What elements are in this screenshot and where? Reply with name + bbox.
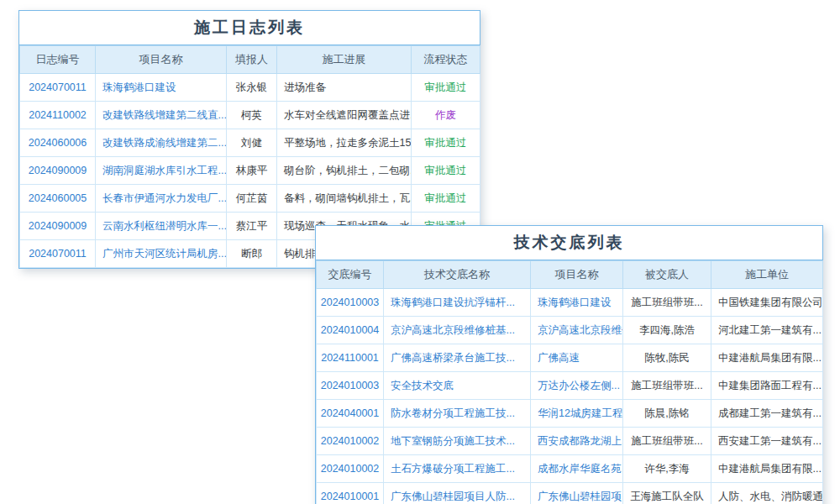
tech-col-name: 技术交底名称 <box>384 261 531 289</box>
project-name-link[interactable]: 广东佛山碧桂园项目 <box>531 483 623 504</box>
tech-col-project: 项目名称 <box>531 261 623 289</box>
reporter-cell: 柯英 <box>227 102 277 129</box>
table-row: 2024010003 安全技术交底 万达办公楼左侧... 施工班组带班... 中… <box>317 372 823 400</box>
tech-col-id: 交底编号 <box>317 261 384 289</box>
tech-id-link[interactable]: 2024010003 <box>317 289 384 317</box>
reporter-cell: 刘健 <box>227 129 277 157</box>
log-id-link[interactable]: 2024070011 <box>20 240 96 268</box>
unit-cell: 西安建工第一建筑有... <box>711 428 823 455</box>
tech-id-link[interactable]: 2024010004 <box>317 317 384 344</box>
progress-cell: 水车对全线遮阳网覆盖点进... <box>277 102 412 129</box>
disclosure-name-link[interactable]: 安全技术交底 <box>384 372 531 400</box>
unit-cell: 中建港航局集团有限... <box>711 344 823 372</box>
project-name-link[interactable]: 改建铁路成渝线增建第二... <box>96 129 227 157</box>
project-name-link[interactable]: 长春市伊通河水力发电厂... <box>96 185 227 213</box>
log-id-link[interactable]: 2024070011 <box>20 74 96 102</box>
log-col-id: 日志编号 <box>20 46 96 74</box>
tech-id-link[interactable]: 2024010001 <box>317 483 384 504</box>
disclosure-name-link[interactable]: 广东佛山碧桂园项目人防... <box>384 483 531 504</box>
reporter-cell: 断郎 <box>227 240 277 268</box>
tech-id-link[interactable]: 2024010003 <box>317 372 384 400</box>
log-col-progress: 施工进展 <box>277 46 412 74</box>
unit-cell: 成都建工第一建筑有... <box>711 400 823 428</box>
project-name-link[interactable]: 西安成都路龙湖上... <box>531 428 623 455</box>
project-name-link[interactable]: 广佛高速 <box>531 344 623 372</box>
disclosure-name-link[interactable]: 广佛高速桥梁承台施工技... <box>384 344 531 372</box>
log-col-project: 项目名称 <box>96 46 227 74</box>
project-name-link[interactable]: 京沪高速北京段维修 <box>531 317 623 344</box>
disclosure-name-link[interactable]: 珠海鹤港口建设抗浮锚杆... <box>384 289 531 317</box>
status-badge: 审批通过 <box>412 185 480 213</box>
disclosure-name-link[interactable]: 京沪高速北京段维修桩基... <box>384 317 531 344</box>
assignee-cell: 许华,李海 <box>623 455 711 483</box>
project-name-link[interactable]: 珠海鹤港口建设 <box>531 289 623 317</box>
status-badge: 审批通过 <box>412 157 480 185</box>
reporter-cell: 张永银 <box>227 74 277 102</box>
table-row: 2024060006 改建铁路成渝线增建第二... 刘健 平整场地，拉走多余泥土… <box>20 129 480 157</box>
log-col-reporter: 填报人 <box>227 46 277 74</box>
project-name-link[interactable]: 成都水岸华庭名苑... <box>531 455 623 483</box>
project-name-link[interactable]: 广州市天河区统计局机房... <box>96 240 227 268</box>
table-row: 2024010002 地下室钢筋分项施工技术... 西安成都路龙湖上... 施工… <box>317 428 823 455</box>
project-name-link[interactable]: 改建铁路线增建第二线直... <box>96 102 227 129</box>
assignee-cell: 王海施工队全队 <box>623 483 711 504</box>
table-row: 2024040001 防水卷材分项工程施工技... 华润12城房建工程... 陈… <box>317 400 823 428</box>
table-row: 2024010002 土石方爆破分项工程施工... 成都水岸华庭名苑... 许华… <box>317 455 823 483</box>
log-id-link[interactable]: 2024060006 <box>20 129 96 157</box>
disclosure-name-link[interactable]: 防水卷材分项工程施工技... <box>384 400 531 428</box>
project-name-link[interactable]: 珠海鹤港口建设 <box>96 74 227 102</box>
unit-cell: 中建集团路面工程有... <box>711 372 823 400</box>
assignee-cell: 陈晨,陈铭 <box>623 400 711 428</box>
progress-cell: 进场准备 <box>277 74 412 102</box>
tech-header-row: 交底编号 技术交底名称 项目名称 被交底人 施工单位 <box>317 261 823 289</box>
tech-id-link[interactable]: 2024010002 <box>317 428 384 455</box>
project-name-link[interactable]: 湖南洞庭湖水库引水工程... <box>96 157 227 185</box>
log-id-link[interactable]: 2024090009 <box>20 213 96 240</box>
assignee-cell: 施工班组带班... <box>623 428 711 455</box>
table-row: 2024110001 广佛高速桥梁承台施工技... 广佛高速 陈牧,陈民 中建港… <box>317 344 823 372</box>
assignee-cell: 施工班组带班... <box>623 289 711 317</box>
log-id-link[interactable]: 2024110002 <box>20 102 96 129</box>
tech-disclosure-title: 技术交底列表 <box>316 226 822 260</box>
status-badge: 审批通过 <box>412 129 480 157</box>
project-name-link[interactable]: 华润12城房建工程... <box>531 400 623 428</box>
assignee-cell: 施工班组带班... <box>623 372 711 400</box>
status-badge: 审批通过 <box>412 74 480 102</box>
tech-disclosure-table: 交底编号 技术交底名称 项目名称 被交底人 施工单位 2024010003 珠海… <box>316 260 823 504</box>
disclosure-name-link[interactable]: 地下室钢筋分项施工技术... <box>384 428 531 455</box>
table-row: 2024060005 长春市伊通河水力发电厂... 何芷茵 备料，砌间墙钩机排土… <box>20 185 480 213</box>
tech-disclosure-panel: 技术交底列表 交底编号 技术交底名称 项目名称 被交底人 施工单位 202401… <box>315 225 823 504</box>
table-row: 2024010003 珠海鹤港口建设抗浮锚杆... 珠海鹤港口建设 施工班组带班… <box>317 289 823 317</box>
tech-col-assignee: 被交底人 <box>623 261 711 289</box>
progress-cell: 备料，砌间墙钩机排土，瓦... <box>277 185 412 213</box>
tech-id-link[interactable]: 2024010002 <box>317 455 384 483</box>
log-header-row: 日志编号 项目名称 填报人 施工进展 流程状态 <box>20 46 480 74</box>
reporter-cell: 林康平 <box>227 157 277 185</box>
unit-cell: 河北建工第一建筑有... <box>711 317 823 344</box>
unit-cell: 人防、水电、消防暖通... <box>711 483 823 504</box>
construction-log-title: 施工日志列表 <box>19 11 480 45</box>
status-badge: 作废 <box>412 102 480 129</box>
log-id-link[interactable]: 2024060005 <box>20 185 96 213</box>
assignee-cell: 陈牧,陈民 <box>623 344 711 372</box>
table-row: 2024090009 湖南洞庭湖水库引水工程... 林康平 砌台阶，钩机排土，二… <box>20 157 480 185</box>
progress-cell: 砌台阶，钩机排土，二包砌... <box>277 157 412 185</box>
tech-id-link[interactable]: 2024040001 <box>317 400 384 428</box>
table-row: 2024010004 京沪高速北京段维修桩基... 京沪高速北京段维修 李四海,… <box>317 317 823 344</box>
project-name-link[interactable]: 云南水利枢纽潜明水库一... <box>96 213 227 240</box>
project-name-link[interactable]: 万达办公楼左侧... <box>531 372 623 400</box>
log-id-link[interactable]: 2024090009 <box>20 157 96 185</box>
tech-col-unit: 施工单位 <box>711 261 823 289</box>
tech-id-link[interactable]: 2024110001 <box>317 344 384 372</box>
assignee-cell: 李四海,陈浩 <box>623 317 711 344</box>
reporter-cell: 蔡江平 <box>227 213 277 240</box>
table-row: 2024110002 改建铁路线增建第二线直... 柯英 水车对全线遮阳网覆盖点… <box>20 102 480 129</box>
reporter-cell: 何芷茵 <box>227 185 277 213</box>
disclosure-name-link[interactable]: 土石方爆破分项工程施工... <box>384 455 531 483</box>
table-row: 2024010001 广东佛山碧桂园项目人防... 广东佛山碧桂园项目 王海施工… <box>317 483 823 504</box>
table-row: 2024070011 珠海鹤港口建设 张永银 进场准备 审批通过 <box>20 74 480 102</box>
unit-cell: 中国铁建集团有限公司 <box>711 289 823 317</box>
unit-cell: 中建港航局集团有限... <box>711 455 823 483</box>
progress-cell: 平整场地，拉走多余泥土15... <box>277 129 412 157</box>
log-col-status: 流程状态 <box>412 46 480 74</box>
